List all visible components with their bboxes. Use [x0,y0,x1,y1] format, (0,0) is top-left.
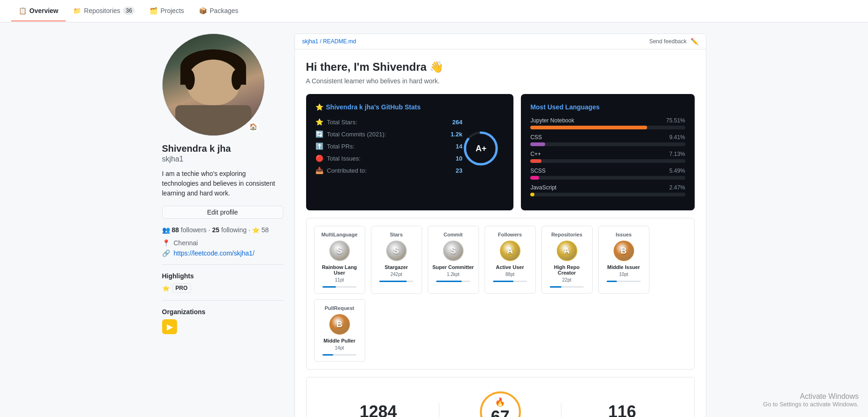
tab-projects[interactable]: 🗂️ Projects [142,1,191,21]
fire-icon: 🔥 [495,397,505,407]
follow-stats: 👥 88 followers · 25 following · ⭐ 58 [162,226,283,234]
badge-bar-fill [607,281,617,282]
badge-card: Issues B Middle Issuer 10pt [598,226,649,294]
lang-header: SCSS 5.49% [530,168,685,174]
badge-category: Commit [444,232,463,237]
badge-icon: S [442,239,465,262]
people-icon: 👥 [162,226,170,234]
lang-header: Jupyter Notebook 75.51% [530,117,685,124]
stat-prs-icon: ⬆️ [315,142,323,150]
packages-icon: 📦 [199,7,207,14]
readme-breadcrumb[interactable]: skjha1 / README.md [302,38,356,45]
badge-card: Commit S Super Committer 1.2kpt [428,226,479,294]
stats-content: ⭐ Total Stars: 264 🔄 Total Commits (2021… [315,118,505,179]
badge-points: 242pt [390,272,402,277]
total-contributions-item: 1284 Total Contributions Feb 23, 2019 - … [318,402,439,417]
longest-streak-value: 116 [608,402,636,417]
lang-item: Jupyter Notebook 75.51% [530,117,685,129]
lang-bar [530,126,647,129]
lang-item: JavaScript 2.47% [530,184,685,196]
star-icon-stats: ⭐ [315,103,323,111]
badge-name: Active User [496,264,524,270]
lang-bar-bg [530,142,685,146]
highlights-section: Highlights ⭐ PRO [162,272,283,293]
badge-points: 88pt [506,272,514,277]
sidebar: 🏠 Shivendra k jha skjha1 I am a techie w… [162,34,283,417]
highlights-content: ⭐ PRO [162,283,283,293]
badge-icon: B [612,239,636,262]
lang-item: SCSS 5.49% [530,168,685,180]
badge-category: Issues [615,232,631,237]
badge-progress-bar [322,354,357,356]
avatar [162,34,265,136]
streak-ring: 🔥 67 [477,389,524,417]
stats-main: ⭐ Total Stars: 264 🔄 Total Commits (2021… [315,118,463,179]
badge-name: Super Committer [432,264,474,270]
readme-body: Hi there, I'm Shivendra 👋 A Consistent l… [295,49,706,417]
grade-circle: A+ [462,130,499,167]
divider-2 [162,300,283,301]
readme-card: skjha1 / README.md Send feedback ✏️ Hi t… [294,34,706,417]
badge-points: 1.2kpt [447,272,459,277]
badge-category: Repositories [551,232,582,237]
repositories-icon: 📁 [73,7,81,14]
badges-grid: MultiLanguage S Rainbow Lang User 11pt S… [314,226,687,362]
lang-header: JavaScript 2.47% [530,184,685,191]
badge-bar-fill [550,286,562,288]
lang-bar [530,193,534,196]
tab-overview[interactable]: 📋 Overview [11,1,66,21]
edit-pencil-icon[interactable]: ✏️ [690,38,698,45]
lang-bar-bg [530,126,685,129]
lang-item: CSS 9.41% [530,134,685,146]
lang-items: Jupyter Notebook 75.51% CSS 9.41% C++ 7.… [530,117,685,196]
stat-row-prs: ⬆️ Total PRs: 14 [315,142,463,150]
following-link[interactable]: 25 [212,226,219,234]
badge-progress-bar [493,281,527,282]
nav-tabs: 📋 Overview 📁 Repositories 36 🗂️ Projects… [11,1,246,21]
user-bio: I am a techie who's exploring technologi… [162,169,283,198]
stat-contrib-icon: 📥 [315,167,323,174]
send-feedback-link[interactable]: Send feedback [649,38,686,45]
organizations-title: Organizations [162,308,283,316]
windows-watermark: Activate Windows Go to Settings to activ… [763,392,859,408]
lang-bar-bg [530,193,685,196]
stats-row: ⭐ Shivendra k jha's GitHub Stats ⭐ Total… [306,94,695,210]
avatar-container: 🏠 [162,34,265,136]
badge-name: High Repo Creator [546,264,588,276]
badge-progress-bar [379,281,414,282]
external-link[interactable]: https://leetcode.com/skjha1/ [174,249,255,257]
stat-row-contributed: 📥 Contributed to: 23 [315,167,463,174]
badge-points: 14pt [335,345,344,350]
projects-icon: 🗂️ [150,7,157,14]
org-logo[interactable]: ▶ [162,319,177,334]
badge-points: 11pt [335,277,344,282]
divider-1 [162,264,283,265]
badge-card: Repositories A High Repo Creator 22pt [541,226,593,294]
tab-packages[interactable]: 📦 Packages [191,1,246,21]
badge-progress-bar [322,286,357,288]
github-stats-card: ⭐ Shivendra k jha's GitHub Stats ⭐ Total… [306,94,514,210]
repositories-badge: 36 [123,7,135,15]
top-navigation: 📋 Overview 📁 Repositories 36 🗂️ Projects… [0,0,868,22]
lang-bar-bg [530,176,685,180]
badge-category: Stars [390,232,403,237]
badge-bar-fill [436,281,462,282]
current-streak-value: 67 [491,407,509,417]
edit-profile-button[interactable]: Edit profile [162,206,283,219]
badge-icon: A [499,239,522,262]
streak-section: 1284 Total Contributions Feb 23, 2019 - … [306,377,695,417]
stat-row-issues: 🔴 Total Issues: 10 [315,155,463,162]
badge-bar-fill [322,354,334,356]
streak-ring-inner: 🔥 67 [491,397,509,417]
lang-item: C++ 7.13% [530,151,685,163]
badge-points: 10pt [619,272,628,277]
highlights-title: Highlights [162,272,283,280]
highlights-star-icon: ⭐ [162,285,170,292]
user-display-name: Shivendra k jha [162,143,283,154]
badge-card: PullRequest B Middle Puller 14pt [314,299,365,362]
star-icon: ⭐ [252,227,260,234]
followers-link[interactable]: 88 [172,226,179,234]
tab-repositories[interactable]: 📁 Repositories 36 [66,1,142,21]
badge-name: Middle Puller [323,338,355,343]
stat-commits-icon: 🔄 [315,130,323,138]
